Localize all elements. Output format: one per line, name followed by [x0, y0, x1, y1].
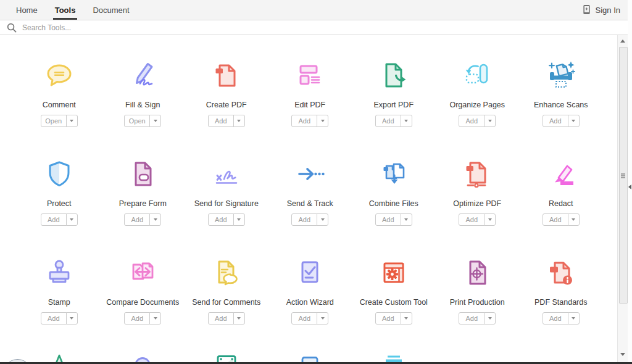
tool-action-button[interactable]: Add	[459, 312, 484, 325]
tool-action-group: Add	[375, 213, 412, 226]
chevron-down-icon	[404, 120, 408, 122]
tool-action-dropdown[interactable]	[149, 312, 161, 325]
tool-action-dropdown[interactable]	[149, 213, 161, 226]
chevron-down-icon	[237, 317, 241, 320]
tool-card-send-track: Send & TrackAdd	[268, 157, 352, 255]
tool-action-button[interactable]: Open	[124, 115, 150, 127]
chevron-down-icon	[404, 218, 408, 221]
tool-action-button[interactable]: Open	[41, 115, 67, 127]
tool-action-dropdown[interactable]	[317, 115, 328, 127]
tool-label: Send for Signature	[194, 199, 259, 208]
tool-action-dropdown[interactable]	[401, 213, 412, 226]
tool-label: Enhance Scans	[534, 101, 588, 109]
tool-action-button[interactable]: Add	[375, 115, 401, 127]
tool-action-button[interactable]: Add	[208, 115, 234, 127]
chevron-down-icon	[321, 120, 325, 122]
tool-action-group: Add	[208, 213, 245, 226]
tool-action-dropdown[interactable]	[317, 312, 328, 325]
tool-action-button[interactable]: Add	[291, 213, 317, 226]
tool-action-button[interactable]: Add	[291, 115, 317, 127]
tool-label: Prepare Form	[119, 199, 167, 208]
action-wizard-icon	[293, 255, 327, 290]
tool-action-dropdown[interactable]	[317, 213, 328, 226]
vertical-scrollbar[interactable]	[617, 35, 628, 362]
tool-action-group: Add	[124, 213, 161, 226]
tool-card-stamp: StampAdd	[17, 255, 101, 354]
tool-action-dropdown[interactable]	[568, 115, 580, 127]
chevron-down-icon	[70, 218, 73, 221]
tool-action-button[interactable]: Add	[543, 312, 568, 325]
tool-label: Protect	[47, 199, 72, 208]
tool-action-dropdown[interactable]	[66, 213, 78, 226]
tool-action-dropdown[interactable]	[484, 312, 496, 325]
tool-card-partial	[17, 354, 101, 362]
scroll-up-button[interactable]	[618, 36, 628, 46]
tool-label: Optimize PDF	[453, 199, 501, 208]
tool-action-button[interactable]: Add	[208, 213, 234, 226]
tool-action-dropdown[interactable]	[484, 213, 496, 226]
chevron-down-icon	[572, 317, 575, 320]
tool-action-group: Open	[124, 115, 161, 127]
tool-action-dropdown[interactable]	[233, 213, 245, 226]
tool-action-button[interactable]: Add	[459, 115, 484, 127]
print-production-icon	[460, 255, 494, 290]
tab-tools[interactable]: Tools	[46, 0, 85, 20]
tool-action-button[interactable]: Add	[208, 312, 234, 325]
tool-card-create-pdf: Create PDFAdd	[185, 58, 268, 157]
tool-action-group: Add	[543, 213, 580, 226]
tool-card-optimize-pdf: Optimize PDFAdd	[436, 157, 520, 255]
p-purple-dome-icon	[125, 354, 160, 362]
chevron-down-icon	[154, 218, 157, 221]
chevron-down-icon	[154, 317, 157, 320]
tool-action-dropdown[interactable]	[568, 213, 580, 226]
tool-card-create-custom-tool: Create Custom ToolAdd	[352, 255, 436, 354]
tool-action-dropdown[interactable]	[233, 312, 245, 325]
tool-action-dropdown[interactable]	[484, 115, 496, 127]
edit-pdf-icon	[293, 58, 327, 93]
sign-in-button[interactable]: Sign In	[582, 4, 628, 15]
tool-action-button[interactable]: Add	[124, 213, 150, 226]
tools-grid: CommentOpenFill & SignOpenCreate PDFAddE…	[17, 58, 603, 362]
tool-action-dropdown[interactable]	[233, 115, 245, 127]
tool-action-dropdown[interactable]	[401, 115, 412, 127]
sign-in-label: Sign In	[596, 6, 620, 15]
tool-action-button[interactable]: Add	[375, 312, 401, 325]
scroll-down-icon	[620, 353, 625, 356]
search-input[interactable]	[17, 23, 628, 33]
scroll-down-button[interactable]	[618, 349, 628, 360]
tool-action-button[interactable]: Add	[291, 312, 317, 325]
optimize-pdf-icon	[460, 157, 494, 191]
tool-action-button[interactable]: Add	[375, 213, 401, 226]
tool-label: Export PDF	[373, 101, 414, 109]
tool-action-dropdown[interactable]	[149, 115, 161, 127]
tool-action-button[interactable]: Add	[543, 115, 568, 127]
send-for-comments-icon	[209, 255, 244, 290]
mobile-device-icon	[582, 4, 591, 15]
tool-action-group: Add	[543, 312, 580, 325]
tool-action-dropdown[interactable]	[568, 312, 580, 325]
tool-action-dropdown[interactable]	[66, 312, 78, 325]
fill-sign-icon	[125, 58, 160, 93]
thumb-grip	[621, 177, 625, 178]
tool-action-dropdown[interactable]	[401, 312, 412, 325]
collapse-pane-arrow-icon[interactable]	[628, 184, 631, 189]
tool-action-button[interactable]: Add	[459, 213, 484, 226]
stamp-icon	[42, 255, 77, 290]
tab-document[interactable]: Document	[84, 0, 138, 20]
create-pdf-icon	[209, 58, 244, 93]
scrollbar-thumb[interactable]	[619, 47, 628, 304]
pdf-standards-icon	[544, 255, 578, 290]
tool-action-group: Add	[41, 213, 78, 226]
tab-home[interactable]: Home	[7, 0, 46, 20]
tool-action-group: Add	[459, 213, 496, 226]
tool-action-button[interactable]: Add	[41, 312, 67, 325]
top-bar: HomeToolsDocument Sign In	[0, 0, 628, 20]
chevron-down-icon	[321, 218, 325, 221]
tool-action-button[interactable]: Add	[543, 213, 568, 226]
chevron-down-icon	[404, 317, 408, 320]
tool-action-dropdown[interactable]	[66, 115, 78, 127]
search-icon	[7, 23, 17, 33]
send-track-icon	[293, 157, 327, 191]
tool-action-button[interactable]: Add	[41, 213, 67, 226]
tool-action-button[interactable]: Add	[124, 312, 150, 325]
